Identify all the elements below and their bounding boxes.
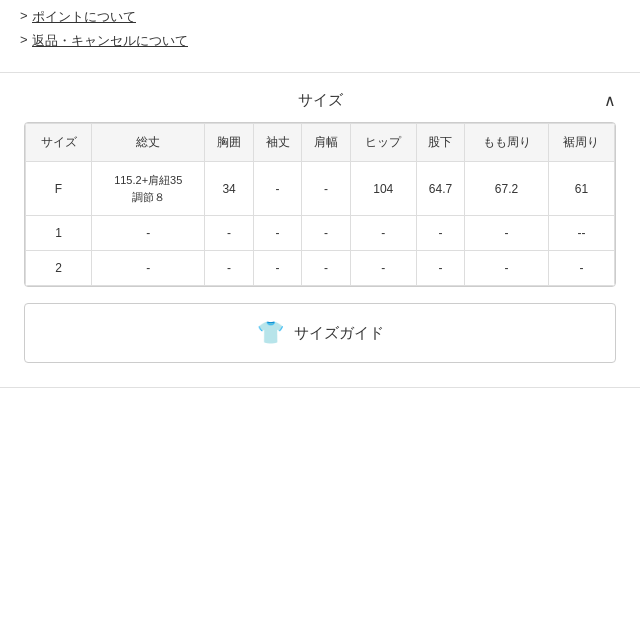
mata-f: 64.7 <box>416 162 464 216</box>
size-1: 1 <box>26 216 92 251</box>
suso-f: 61 <box>548 162 614 216</box>
suso-1: -- <box>548 216 614 251</box>
mata-1: - <box>416 216 464 251</box>
size-title: サイズ <box>298 91 343 110</box>
links-section: ポイントについて 返品・キャンセルについて <box>0 0 640 73</box>
return-cancel-link[interactable]: 返品・キャンセルについて <box>24 32 616 50</box>
table-header-row: サイズ 総丈 胸囲 袖丈 肩幅 ヒップ 股下 もも周り 裾周り <box>26 124 615 162</box>
suso-2: - <box>548 251 614 286</box>
momo-1: - <box>465 216 549 251</box>
kata-1: - <box>302 216 350 251</box>
points-link[interactable]: ポイントについて <box>24 8 616 26</box>
size-section: サイズ ∧ サイズ 総丈 胸囲 袖丈 肩幅 ヒップ 股下 もも周り 裾周り <box>0 73 640 379</box>
size-header: サイズ ∧ <box>24 73 616 122</box>
size-guide-label: サイズガイド <box>294 324 384 343</box>
size-table: サイズ 総丈 胸囲 袖丈 肩幅 ヒップ 股下 もも周り 裾周り F <box>25 123 615 286</box>
size-guide-button[interactable]: 👕 サイズガイド <box>24 303 616 363</box>
sode-2: - <box>253 251 301 286</box>
kata-2: - <box>302 251 350 286</box>
sotan-f: 115.2+肩紐35調節８ <box>92 162 205 216</box>
table-row: F 115.2+肩紐35調節８ 34 - - 104 64.7 67.2 61 <box>26 162 615 216</box>
mune-1: - <box>205 216 253 251</box>
page-wrapper: ポイントについて 返品・キャンセルについて サイズ ∧ サイズ 総丈 胸囲 袖丈… <box>0 0 640 388</box>
kata-f: - <box>302 162 350 216</box>
momo-f: 67.2 <box>465 162 549 216</box>
mune-f: 34 <box>205 162 253 216</box>
hip-2: - <box>350 251 416 286</box>
momo-2: - <box>465 251 549 286</box>
bottom-divider <box>0 387 640 388</box>
col-header-sode: 袖丈 <box>253 124 301 162</box>
sotan-1: - <box>92 216 205 251</box>
size-f: F <box>26 162 92 216</box>
col-header-mata: 股下 <box>416 124 464 162</box>
size-table-wrapper: サイズ 総丈 胸囲 袖丈 肩幅 ヒップ 股下 もも周り 裾周り F <box>24 122 616 287</box>
sode-1: - <box>253 216 301 251</box>
col-header-size: サイズ <box>26 124 92 162</box>
table-row: 1 - - - - - - - -- <box>26 216 615 251</box>
col-header-momo: もも周り <box>465 124 549 162</box>
hip-1: - <box>350 216 416 251</box>
sotan-2: - <box>92 251 205 286</box>
col-header-suso: 裾周り <box>548 124 614 162</box>
tshirt-icon: 👕 <box>257 320 284 346</box>
col-header-hip: ヒップ <box>350 124 416 162</box>
col-header-sotan: 総丈 <box>92 124 205 162</box>
mata-2: - <box>416 251 464 286</box>
mune-2: - <box>205 251 253 286</box>
size-2: 2 <box>26 251 92 286</box>
table-row: 2 - - - - - - - - <box>26 251 615 286</box>
hip-f: 104 <box>350 162 416 216</box>
sode-f: - <box>253 162 301 216</box>
col-header-kata: 肩幅 <box>302 124 350 162</box>
col-header-mune: 胸囲 <box>205 124 253 162</box>
chevron-up-icon[interactable]: ∧ <box>604 91 616 110</box>
